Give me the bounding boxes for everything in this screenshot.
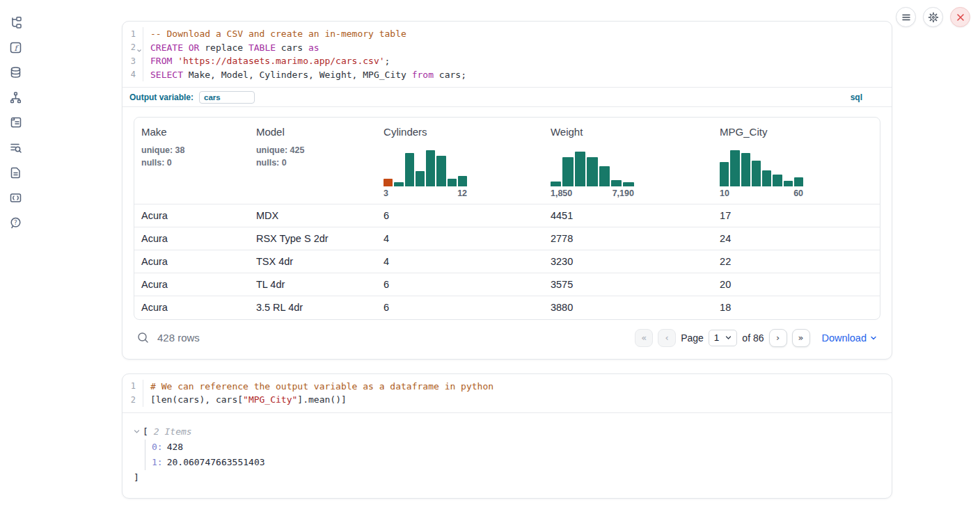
histogram-bar (720, 162, 729, 186)
list-item: 1:20.060747663551403 (152, 455, 880, 470)
shutdown-button[interactable] (950, 7, 970, 27)
menu-button[interactable] (896, 7, 916, 27)
histogram-bar (611, 180, 622, 186)
sidebar-item-database[interactable] (6, 64, 24, 81)
sidebar-item-logs[interactable] (6, 139, 24, 156)
histogram-bar (599, 166, 610, 186)
mpg-city-histogram: 10 60 (720, 150, 803, 198)
next-page-button[interactable]: › (769, 329, 787, 347)
sql-output: Make unique: 38 nulls: 0 Model (122, 106, 892, 359)
gear-icon (928, 12, 939, 23)
collapse-chevron-icon (134, 428, 140, 435)
histogram-bar (458, 176, 467, 186)
sql-cell: 1-- Download a CSV and create an in-memo… (122, 21, 892, 360)
histogram-bar (394, 182, 403, 186)
cylinders-histogram: 3 12 (384, 150, 467, 198)
histogram-bar (773, 175, 782, 186)
functions-icon: f (9, 41, 22, 54)
output-variable-row: Output variable: sql (122, 87, 892, 106)
python-output: [ 2 Items 0:4281:20.060747663551403 ] (122, 412, 892, 498)
column-header-mpg-city[interactable]: MPG_City 10 60 (713, 118, 880, 204)
weight-histogram: 1,850 7,190 (551, 150, 634, 198)
table-row[interactable]: AcuraRSX Type S 2dr4277824 (134, 227, 880, 250)
output-variable-input[interactable] (199, 91, 255, 104)
chevron-down-icon (870, 335, 877, 341)
sidebar-item-file-tree[interactable] (6, 14, 24, 31)
dependency-graph-icon (9, 91, 22, 104)
documentation-icon (9, 166, 22, 179)
table-row[interactable]: AcuraMDX6445117 (134, 204, 880, 227)
closing-bracket: ] (134, 470, 880, 485)
histogram-bar (752, 161, 761, 186)
row-count: 428 rows (157, 332, 200, 344)
histogram-bar (741, 153, 750, 186)
page-select[interactable]: 1 (709, 330, 738, 346)
histogram-bar (762, 170, 771, 186)
language-badge: sql (851, 92, 885, 102)
file-tree-icon (9, 16, 22, 29)
help-icon: ? (9, 216, 22, 230)
histogram-bar (448, 179, 457, 186)
search-icon[interactable] (137, 332, 149, 344)
column-header-cylinders[interactable]: Cylinders 3 12 (377, 118, 544, 204)
sidebar-item-documentation[interactable] (6, 164, 24, 181)
column-stats: unique: 38 nulls: 0 (141, 145, 242, 169)
svg-text:?: ? (14, 219, 17, 226)
histogram-bar (562, 157, 573, 186)
list-output-entries: 0:4281:20.060747663551403 (145, 440, 880, 470)
histogram-bar (575, 152, 585, 186)
sidebar-item-scratchpad[interactable] (6, 114, 24, 131)
table-footer: 428 rows « ‹ Page 1 of 86 › » Dow (134, 328, 880, 348)
table-row[interactable]: Acura3.5 RL 4dr6388018 (134, 296, 880, 319)
snippets-icon (9, 191, 22, 204)
list-output-header[interactable]: [ 2 Items (134, 424, 880, 440)
histogram-bar (405, 153, 414, 186)
data-table: Make unique: 38 nulls: 0 Model (134, 118, 880, 319)
sidebar-item-dependency-graph[interactable] (6, 89, 24, 106)
last-page-button[interactable]: » (792, 329, 810, 347)
page-total: of 86 (742, 332, 764, 344)
notebook-actions (896, 7, 970, 27)
close-icon (956, 13, 965, 22)
list-item: 0:428 (152, 440, 880, 455)
histogram-bar (730, 150, 739, 186)
column-header-make[interactable]: Make unique: 38 nulls: 0 (134, 118, 249, 204)
column-header-model[interactable]: Model unique: 425 nulls: 0 (249, 118, 377, 204)
python-cell: 1# We can reference the output variable … (122, 373, 892, 499)
sql-code-editor[interactable]: 1-- Download a CSV and create an in-memo… (122, 22, 892, 87)
items-count: 2 Items (154, 426, 192, 437)
histogram-bar (784, 181, 793, 186)
python-code-editor[interactable]: 1# We can reference the output variable … (122, 374, 892, 412)
prev-page-button[interactable]: ‹ (658, 329, 676, 347)
histogram-bar (384, 179, 393, 186)
database-icon (9, 66, 22, 79)
sidebar-item-snippets[interactable] (6, 189, 24, 206)
notebook-area: 1-- Download a CSV and create an in-memo… (122, 21, 892, 499)
svg-text:f: f (14, 43, 19, 52)
page-label: Page (681, 332, 704, 344)
sidebar: f (0, 0, 31, 507)
table-row[interactable]: AcuraTL 4dr6357520 (134, 273, 880, 296)
hamburger-menu-icon (901, 13, 911, 22)
column-header-weight[interactable]: Weight 1,850 7,190 (544, 118, 713, 204)
histogram-bar (794, 177, 803, 186)
pagination: « ‹ Page 1 of 86 › » Download (635, 329, 877, 347)
download-button[interactable]: Download (822, 332, 878, 344)
sidebar-item-help[interactable]: ? (6, 214, 24, 231)
histogram-bar (623, 182, 633, 186)
histogram-bar (587, 157, 597, 186)
histogram-bar (426, 150, 435, 186)
histogram-bar (551, 182, 561, 186)
scratchpad-icon (9, 116, 22, 129)
settings-button[interactable] (923, 7, 943, 27)
first-page-button[interactable]: « (635, 329, 653, 347)
table-row[interactable]: AcuraTSX 4dr4323022 (134, 250, 880, 273)
chevron-down-icon (725, 335, 732, 341)
logs-icon (9, 141, 22, 154)
histogram-bar (436, 156, 445, 186)
output-variable-label: Output variable: (129, 92, 193, 102)
sidebar-item-functions[interactable]: f (6, 39, 24, 56)
data-table-card: Make unique: 38 nulls: 0 Model (134, 117, 880, 320)
column-stats: unique: 425 nulls: 0 (256, 145, 370, 169)
histogram-bar (416, 171, 425, 186)
